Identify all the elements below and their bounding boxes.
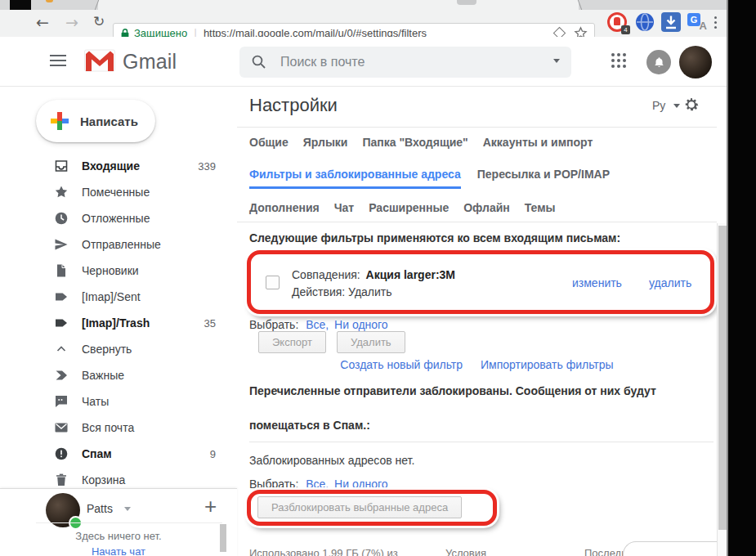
tab-general[interactable]: Общие bbox=[249, 136, 289, 149]
sidebar-item-all-mail[interactable]: Вся почта bbox=[0, 415, 237, 441]
add-chat-icon[interactable]: + bbox=[204, 494, 217, 519]
tab-advanced[interactable]: Расширенные bbox=[369, 201, 449, 214]
filter-actions-line: Действия: Удалить bbox=[292, 285, 392, 298]
mail-icon bbox=[54, 420, 69, 435]
sidebar-item-imap-trash[interactable]: [Imap]/Trash35 bbox=[0, 310, 237, 336]
blocked-heading-line2: помещаться в Спам.: bbox=[249, 419, 370, 432]
hangouts-username[interactable]: Patts bbox=[87, 502, 113, 515]
spam-icon bbox=[54, 446, 69, 461]
download-extension-icon[interactable] bbox=[661, 12, 681, 35]
unblock-button[interactable]: Разблокировать выбранные адреса bbox=[257, 496, 462, 518]
browser-menu-icon[interactable] bbox=[714, 16, 717, 19]
reload-icon[interactable]: ↻ bbox=[93, 15, 105, 29]
language-caret-icon[interactable] bbox=[673, 104, 680, 111]
back-icon[interactable]: ← bbox=[36, 15, 49, 30]
tab-chat[interactable]: Чат bbox=[334, 201, 354, 214]
compose-label: Написать bbox=[80, 114, 138, 128]
sidebar-nav: Входящие339 Помеченные Отложенные Отправ… bbox=[0, 153, 237, 493]
filters-heading: Следующие фильтры применяются ко всем вх… bbox=[249, 231, 620, 244]
favicon-fragment bbox=[46, 0, 53, 2]
filter-delete-link[interactable]: удалить bbox=[649, 276, 691, 289]
label-icon bbox=[54, 289, 69, 304]
tab-accounts[interactable]: Аккаунты и импорт bbox=[483, 136, 593, 149]
search-icon[interactable] bbox=[251, 54, 267, 70]
globe-extension-icon[interactable] bbox=[635, 12, 655, 35]
send-icon bbox=[54, 237, 69, 252]
tab-inbox[interactable]: Папка "Входящие" bbox=[362, 136, 467, 149]
tab-addons[interactable]: Дополнения bbox=[249, 201, 320, 214]
tab-offline[interactable]: Офлайн bbox=[463, 201, 510, 214]
filter-matches-line: Совпадения: Акция larger:3M bbox=[292, 268, 455, 281]
blocked-empty-text: Заблокированных адресов нет. bbox=[249, 454, 414, 467]
sidebar-item-spam[interactable]: Спам9 bbox=[0, 441, 237, 467]
sidebar-scrollbar-thumb[interactable] bbox=[220, 524, 226, 552]
trash-icon bbox=[54, 473, 69, 487]
user-dropdown-caret-icon[interactable] bbox=[124, 507, 131, 514]
user-avatar[interactable] bbox=[679, 46, 712, 78]
floating-panel-corner bbox=[623, 541, 718, 556]
search-options-caret-icon[interactable] bbox=[553, 59, 560, 66]
notification-bell-icon[interactable] bbox=[646, 50, 671, 74]
filter-checkbox[interactable] bbox=[266, 276, 280, 289]
search-placeholder: Поиск в почте bbox=[280, 55, 553, 70]
select-all-link[interactable]: Все, bbox=[306, 318, 329, 331]
start-chat-link[interactable]: Начать чат bbox=[0, 545, 237, 556]
tab-forwarding[interactable]: Пересылка и POP/IMAP bbox=[477, 168, 610, 189]
blocked-select-line: Выбрать: Все, Ни одного bbox=[249, 478, 388, 491]
footer-terms[interactable]: Условия bbox=[445, 547, 486, 556]
important-icon bbox=[54, 368, 69, 383]
compose-button[interactable]: Написать bbox=[36, 100, 155, 142]
sidebar-item-starred[interactable]: Помеченные bbox=[0, 179, 237, 205]
export-button[interactable]: Экспорт bbox=[258, 331, 326, 353]
hamburger-menu-icon[interactable] bbox=[50, 55, 66, 56]
settings-gear-icon[interactable] bbox=[683, 96, 700, 116]
tab-fragment bbox=[457, 0, 476, 5]
chat-icon bbox=[54, 394, 69, 409]
select-none-link[interactable]: Ни одного bbox=[334, 318, 388, 331]
blocked-select-all-link[interactable]: Все, bbox=[306, 478, 329, 491]
language-selector[interactable]: Ру bbox=[652, 99, 665, 112]
apps-grid-icon[interactable] bbox=[611, 53, 615, 56]
sidebar-item-drafts[interactable]: Черновики bbox=[0, 258, 237, 284]
sidebar-item-important[interactable]: Важные bbox=[0, 362, 237, 388]
sidebar-item-snoozed[interactable]: Отложенные bbox=[0, 205, 237, 231]
import-filters-link[interactable]: Импортировать фильтры bbox=[481, 358, 614, 371]
imap-trash-count: 35 bbox=[204, 317, 216, 330]
browser-toolbar: ← → ↻ Защищено | https://mail.google.com… bbox=[0, 10, 728, 38]
tab-themes[interactable]: Темы bbox=[525, 201, 556, 214]
blocked-heading-line1: Перечисленные отправители заблокированы.… bbox=[249, 384, 656, 397]
footer-storage: Использовано 1,99 ГБ (7%) из bbox=[249, 547, 398, 556]
label-icon bbox=[54, 316, 69, 330]
chevron-up-icon bbox=[54, 342, 69, 356]
tab-labels[interactable]: Ярлыки bbox=[303, 136, 348, 149]
compose-plus-icon bbox=[51, 112, 69, 130]
delete-button[interactable]: Удалить bbox=[337, 331, 405, 353]
page-title: Настройки bbox=[249, 95, 338, 116]
main-scrollbar-thumb[interactable] bbox=[718, 226, 727, 530]
clock-icon bbox=[54, 211, 69, 226]
sidebar-item-inbox[interactable]: Входящие339 bbox=[0, 153, 237, 179]
active-tab-bottom[interactable] bbox=[98, 0, 579, 10]
inbox-count: 339 bbox=[198, 160, 216, 173]
hangouts-divider bbox=[36, 522, 222, 523]
gmail-logo-text: Gmail bbox=[123, 50, 177, 74]
inbox-icon bbox=[54, 159, 69, 173]
blocked-divider bbox=[249, 442, 714, 442]
star-icon bbox=[54, 185, 69, 200]
header-divider bbox=[0, 86, 727, 87]
search-input[interactable]: Поиск в почте bbox=[239, 47, 571, 78]
sidebar-item-imap-sent[interactable]: [Imap]/Sent bbox=[0, 284, 237, 310]
filter-edit-link[interactable]: изменить bbox=[572, 276, 622, 289]
create-filter-link[interactable]: Создать новый фильтр bbox=[340, 358, 463, 371]
settings-tabs-row3: Дополнения Чат Расширенные Офлайн Темы bbox=[249, 201, 556, 214]
translate-extension-icon[interactable]: G A bbox=[687, 12, 707, 32]
blocked-select-none-link[interactable]: Ни одного bbox=[334, 478, 388, 491]
adblock-extension-icon[interactable]: 4 bbox=[607, 12, 627, 32]
forward-icon[interactable]: → bbox=[65, 15, 78, 30]
sidebar-item-collapse[interactable]: Свернуть bbox=[0, 336, 237, 362]
gmail-logo-icon[interactable] bbox=[83, 48, 116, 76]
sidebar-item-chats[interactable]: Чаты bbox=[0, 388, 237, 415]
sidebar-item-sent[interactable]: Отправленные bbox=[0, 231, 237, 258]
browser-tab-strip bbox=[0, 0, 728, 10]
tab-filters-active[interactable]: Фильтры и заблокированные адреса bbox=[249, 168, 461, 189]
